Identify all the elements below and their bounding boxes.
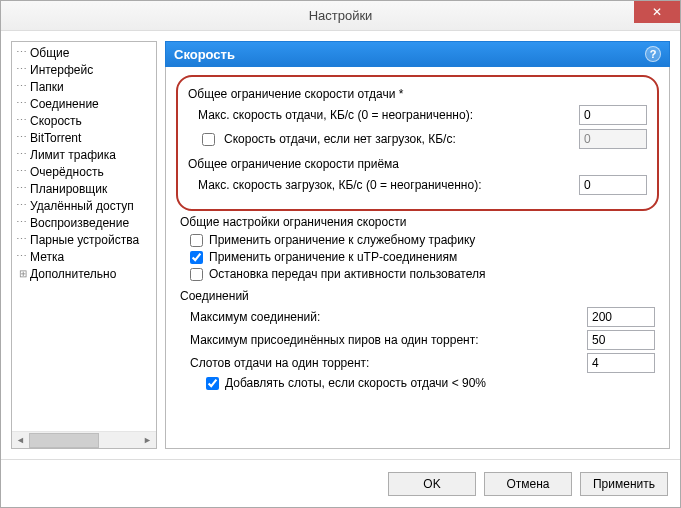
upload-group-title: Общее ограничение скорости отдачи *	[188, 87, 647, 101]
tree-branch-icon: ⋯	[16, 80, 30, 93]
scroll-thumb[interactable]	[29, 433, 99, 448]
close-button[interactable]: ✕	[634, 1, 680, 23]
download-group-title: Общее ограничение скорости приёма	[188, 157, 647, 171]
max-connections-input[interactable]	[587, 307, 655, 327]
max-connections-label: Максимум соединений:	[180, 310, 581, 324]
sidebar-item-label: Общие	[30, 46, 69, 60]
sidebar-item[interactable]: ⋯Интерфейс	[12, 61, 156, 78]
sidebar-item-label: Соединение	[30, 97, 99, 111]
tree-branch-icon: ⋯	[16, 131, 30, 144]
stop-on-activity-label: Остановка передач при активности пользов…	[209, 267, 486, 281]
add-slots-label: Добавлять слоты, если скорость отдачи < …	[225, 376, 486, 390]
apply-button[interactable]: Применить	[580, 472, 668, 496]
sidebar-item[interactable]: ⋯Скорость	[12, 112, 156, 129]
help-icon[interactable]: ?	[645, 46, 661, 62]
cancel-button[interactable]: Отмена	[484, 472, 572, 496]
panel-title: Скорость	[174, 47, 235, 62]
limit-utp-checkbox[interactable]	[190, 251, 203, 264]
limit-utp-label: Применить ограничение к uTP-соединениям	[209, 250, 457, 264]
panel-body: Общее ограничение скорости отдачи * Макс…	[165, 67, 670, 449]
settings-tree[interactable]: ⋯Общие⋯Интерфейс⋯Папки⋯Соединение⋯Скорос…	[12, 42, 156, 431]
sidebar-item-label: Планировщик	[30, 182, 107, 196]
stop-on-activity-checkbox[interactable]	[190, 268, 203, 281]
upload-slots-label: Слотов отдачи на один торрент:	[180, 356, 581, 370]
upload-alt-label: Скорость отдачи, если нет загрузок, КБ/с…	[224, 132, 456, 146]
upload-max-input[interactable]	[579, 105, 647, 125]
ok-button[interactable]: OK	[388, 472, 476, 496]
tree-branch-icon: ⋯	[16, 114, 30, 127]
panel-header: Скорость ?	[165, 41, 670, 67]
sidebar-item[interactable]: ⋯Очерёдность	[12, 163, 156, 180]
tree-branch-icon: ⋯	[16, 233, 30, 246]
limit-overhead-label: Применить ограничение к служебному трафи…	[209, 233, 475, 247]
connections-group-title: Соединений	[180, 289, 655, 303]
upload-slots-input[interactable]	[587, 353, 655, 373]
sidebar-item[interactable]: ⋯BitTorrent	[12, 129, 156, 146]
common-group-title: Общие настройки ограничения скорости	[180, 215, 655, 229]
sidebar-item-label: Парные устройства	[30, 233, 139, 247]
sidebar-item-label: Удалённый доступ	[30, 199, 134, 213]
download-max-label: Макс. скорость загрузок, КБ/с (0 = неогр…	[188, 178, 573, 192]
sidebar-item[interactable]: ⋯Воспроизведение	[12, 214, 156, 231]
sidebar-item-label: Метка	[30, 250, 64, 264]
sidebar: ⋯Общие⋯Интерфейс⋯Папки⋯Соединение⋯Скорос…	[11, 41, 157, 449]
upload-alt-input	[579, 129, 647, 149]
sidebar-item-label: Скорость	[30, 114, 82, 128]
sidebar-item-label: Дополнительно	[30, 267, 116, 281]
tree-branch-icon: ⋯	[16, 165, 30, 178]
tree-branch-icon: ⋯	[16, 63, 30, 76]
download-max-input[interactable]	[579, 175, 647, 195]
add-slots-checkbox[interactable]	[206, 377, 219, 390]
sidebar-item[interactable]: ⊞Дополнительно	[12, 265, 156, 282]
dialog-footer: OK Отмена Применить	[1, 459, 680, 507]
tree-branch-icon: ⋯	[16, 182, 30, 195]
close-icon: ✕	[652, 5, 662, 19]
sidebar-item[interactable]: ⋯Общие	[12, 44, 156, 61]
titlebar: Настройки ✕	[1, 1, 680, 31]
highlighted-region: Общее ограничение скорости отдачи * Макс…	[176, 75, 659, 211]
sidebar-item-label: Лимит трафика	[30, 148, 116, 162]
scroll-left-arrow-icon[interactable]: ◄	[12, 432, 29, 449]
sidebar-item[interactable]: ⋯Лимит трафика	[12, 146, 156, 163]
tree-branch-icon: ⋯	[16, 97, 30, 110]
sidebar-item[interactable]: ⋯Удалённый доступ	[12, 197, 156, 214]
sidebar-item-label: BitTorrent	[30, 131, 81, 145]
max-peers-label: Максимум присоединённых пиров на один то…	[180, 333, 581, 347]
window-title: Настройки	[309, 8, 373, 23]
sidebar-item[interactable]: ⋯Планировщик	[12, 180, 156, 197]
sidebar-item-label: Папки	[30, 80, 64, 94]
tree-branch-icon: ⋯	[16, 250, 30, 263]
settings-window: Настройки ✕ ⋯Общие⋯Интерфейс⋯Папки⋯Соеди…	[0, 0, 681, 508]
scroll-right-arrow-icon[interactable]: ►	[139, 432, 156, 449]
upload-alt-checkbox[interactable]	[202, 133, 215, 146]
tree-branch-icon: ⋯	[16, 199, 30, 212]
tree-branch-icon: ⋯	[16, 216, 30, 229]
sidebar-item[interactable]: ⋯Метка	[12, 248, 156, 265]
sidebar-item-label: Воспроизведение	[30, 216, 129, 230]
upload-max-label: Макс. скорость отдачи, КБ/с (0 = неогран…	[188, 108, 573, 122]
sidebar-item-label: Интерфейс	[30, 63, 93, 77]
sidebar-item-label: Очерёдность	[30, 165, 104, 179]
sidebar-item[interactable]: ⋯Соединение	[12, 95, 156, 112]
max-peers-input[interactable]	[587, 330, 655, 350]
tree-branch-icon: ⋯	[16, 148, 30, 161]
scrollbar-horizontal[interactable]: ◄ ►	[12, 431, 156, 448]
sidebar-item[interactable]: ⋯Папки	[12, 78, 156, 95]
limit-overhead-checkbox[interactable]	[190, 234, 203, 247]
expand-icon: ⊞	[16, 268, 30, 279]
sidebar-item[interactable]: ⋯Парные устройства	[12, 231, 156, 248]
tree-branch-icon: ⋯	[16, 46, 30, 59]
